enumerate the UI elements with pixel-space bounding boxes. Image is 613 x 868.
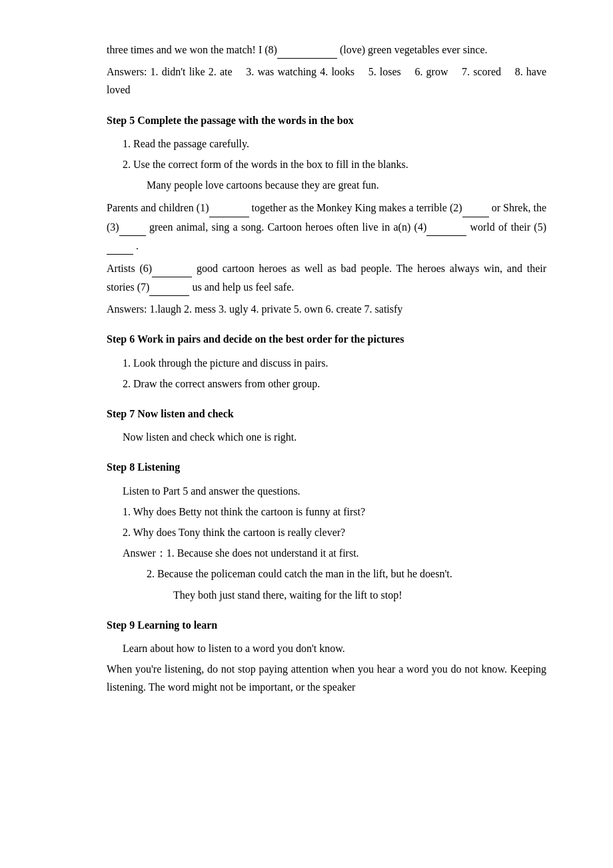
answers-line1: Answers: 1. didn't like 2. ate 3. was wa… bbox=[107, 63, 546, 99]
step5-item2: 2. Use the correct form of the words in … bbox=[123, 155, 546, 173]
step9-body2: When you're listening, do not stop payin… bbox=[107, 660, 546, 696]
step5-passage-indent: Many people love cartoons because they a… bbox=[147, 176, 546, 194]
step8-q1: 1. Why does Betty not think the cartoon … bbox=[123, 503, 546, 521]
step8-heading: Step 8 Listening bbox=[107, 458, 546, 476]
step7-section: Step 7 Now listen and check Now listen a… bbox=[107, 405, 546, 446]
step8-section: Step 8 Listening Listen to Part 5 and an… bbox=[107, 458, 546, 603]
step8-answer2: 2. Because the policeman could catch the… bbox=[147, 565, 546, 583]
intro-section: three times and we won the match! I (8) … bbox=[107, 40, 546, 99]
step8-answer1: 1. Because she does not understand it at… bbox=[167, 547, 359, 559]
step6-heading: Step 6 Work in pairs and decide on the b… bbox=[107, 330, 546, 348]
intro-line1: three times and we won the match! I (8) … bbox=[107, 40, 546, 59]
answer-label-text: Answer： bbox=[123, 547, 167, 559]
step7-heading: Step 7 Now listen and check bbox=[107, 405, 546, 423]
step5-item1: 1. Read the passage carefully. bbox=[123, 135, 546, 153]
step7-body: Now listen and check which one is right. bbox=[123, 428, 546, 446]
step6-section: Step 6 Work in pairs and decide on the b… bbox=[107, 330, 546, 393]
step8-q2: 2. Why does Tony think the cartoon is re… bbox=[123, 523, 546, 541]
step9-heading: Step 9 Learning to learn bbox=[107, 616, 546, 634]
step5-answers: Answers: 1.laugh 2. mess 3. ugly 4. priv… bbox=[107, 300, 546, 318]
step5-heading: Step 5 Complete the passage with the wor… bbox=[107, 111, 546, 129]
step9-body1: Learn about how to listen to a word you … bbox=[123, 639, 546, 657]
step5-section: Step 5 Complete the passage with the wor… bbox=[107, 111, 546, 319]
step5-passage2: Artists (6) good cartoon heroes as well … bbox=[107, 259, 546, 296]
step6-item2: 2. Draw the correct answers from other g… bbox=[123, 375, 546, 393]
step9-section: Step 9 Learning to learn Learn about how… bbox=[107, 616, 546, 697]
step8-intro: Listen to Part 5 and answer the question… bbox=[123, 482, 546, 500]
step5-passage1: Parents and children (1) together as the… bbox=[107, 198, 546, 255]
step8-answer-label: Answer：1. Because she does not understan… bbox=[123, 544, 546, 562]
step6-item1: 1. Look through the picture and discuss … bbox=[123, 354, 546, 372]
step8-answer3: They both just stand there, waiting for … bbox=[173, 586, 546, 604]
